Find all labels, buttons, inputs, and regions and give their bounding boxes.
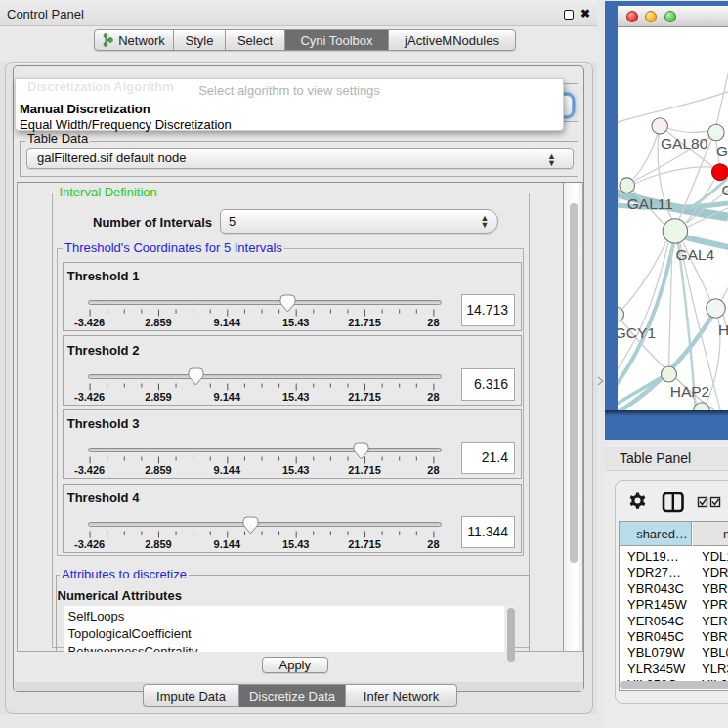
svg-text:HAP2: HAP2 (670, 383, 710, 400)
svg-text:GAL80: GAL80 (661, 135, 708, 151)
svg-text:GAL11: GAL11 (627, 195, 673, 212)
svg-text:HI: HI (718, 321, 728, 338)
svg-text:GAL4: GAL4 (676, 246, 715, 263)
svg-text:GCY1: GCY1 (618, 324, 656, 341)
svg-text:GAL1: GAL1 (716, 143, 728, 159)
svg-text:CR: CR (722, 182, 728, 198)
